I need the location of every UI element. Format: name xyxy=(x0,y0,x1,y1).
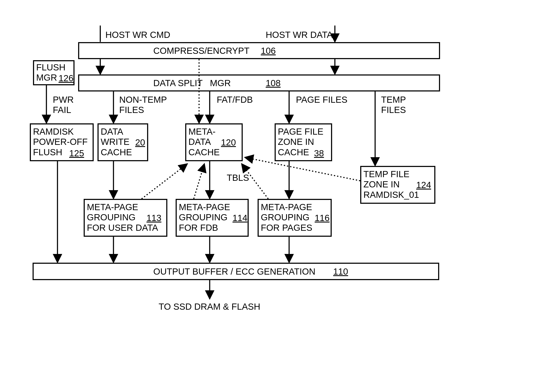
ref-mpg-user: 113 xyxy=(147,213,161,223)
ref-ramdisk-flush: 125 xyxy=(69,148,84,158)
ref-data-split-mgr: 108 xyxy=(266,78,281,88)
box-data-split-mgr xyxy=(78,74,440,91)
svg-line-18 xyxy=(142,164,187,199)
ref-page-file-zone: 38 xyxy=(314,148,324,158)
label-fat-fdb: FAT/FDB xyxy=(217,95,253,105)
label-mpg-pages: META-PAGE GROUPING FOR PAGES xyxy=(261,202,312,233)
label-host-wr-cmd: HOST WR CMD xyxy=(105,30,170,40)
label-non-temp-files: NON-TEMP FILES xyxy=(119,95,167,115)
label-to-ssd: TO SSD DRAM & FLASH xyxy=(159,302,260,312)
ref-mpg-pages: 116 xyxy=(315,213,329,223)
label-compress-encrypt: COMPRESS/ENCRYPT xyxy=(153,46,249,56)
ref-meta-data-cache: 120 xyxy=(221,137,236,148)
label-host-wr-data: HOST WR DATA xyxy=(266,30,333,40)
ref-output-buffer: 110 xyxy=(333,266,348,277)
label-temp-file-zone: TEMP FILE ZONE IN RAMDISK_01 xyxy=(363,169,419,200)
box-compress-encrypt xyxy=(78,42,440,59)
ref-flush-mgr: 126 xyxy=(59,73,74,83)
label-pwr-fail: PWR FAIL xyxy=(53,95,74,115)
label-output-buffer: OUTPUT BUFFER / ECC GENERATION xyxy=(153,266,316,277)
ref-temp-file-zone: 124 xyxy=(416,180,431,190)
label-data-write-cache: DATA WRITE CACHE xyxy=(101,127,132,157)
ref-compress-encrypt: 106 xyxy=(261,46,276,56)
svg-line-19 xyxy=(194,164,204,199)
label-meta-data-cache: META- DATA CACHE xyxy=(188,127,220,157)
label-temp-files: TEMP FILES xyxy=(381,95,406,115)
label-page-files: PAGE FILES xyxy=(296,95,347,105)
label-mpg-fdb: META-PAGE GROUPING FOR FDB xyxy=(179,202,230,233)
label-data-split-mgr: DATA SPLIT MGR xyxy=(153,78,231,88)
label-tbls: TBLS xyxy=(227,173,249,183)
diagram-canvas: HOST WR CMD HOST WR DATA COMPRESS/ENCRYP… xyxy=(0,0,545,392)
ref-mpg-fdb: 114 xyxy=(232,213,247,223)
ref-data-write-cache: 20 xyxy=(135,137,145,148)
